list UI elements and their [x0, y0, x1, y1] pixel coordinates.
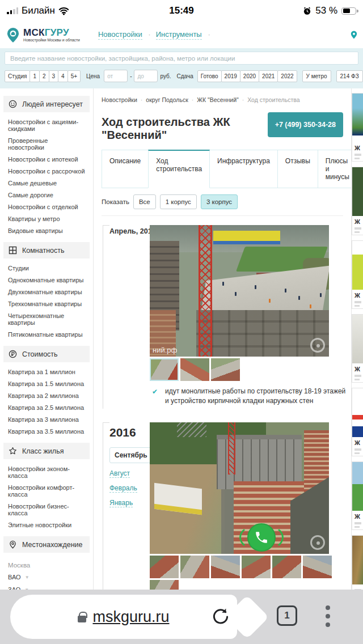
sidebar-link[interactable]: Новостройки с рассрочкой — [0, 166, 93, 177]
rooms-filter-option[interactable]: 3 — [49, 70, 59, 82]
sidebar-link[interactable]: Новостройки бизнес-класса — [0, 501, 93, 519]
photo-thumbnail[interactable] — [150, 580, 179, 590]
photo-thumbnail[interactable] — [211, 556, 240, 578]
delivery-filter-option[interactable]: 2021 — [259, 70, 278, 82]
ad-card[interactable]: Ж — [352, 240, 363, 309]
sidebar-link[interactable]: Квартира за 2 миллиона — [0, 390, 93, 402]
sidebar-link[interactable]: Квартиры у метро — [0, 213, 93, 225]
tab[interactable]: Отзывы — [277, 150, 318, 188]
photo-thumbnail[interactable] — [180, 358, 209, 381]
ad-card[interactable]: Ж — [352, 388, 363, 456]
timeline-group-2016: 2016 СентябрьАвгустФевральЯнварь — [103, 422, 343, 590]
delivery-filter-option[interactable]: 2019 — [221, 70, 240, 82]
sidebar-link[interactable]: Новостройки комфорт-класса — [0, 482, 93, 501]
refresh-button[interactable] — [211, 607, 230, 626]
sidebar-link[interactable]: Самые дешевые — [0, 177, 93, 189]
sidebar-link[interactable]: Новостройки эконом-класса — [0, 463, 93, 482]
ad-card[interactable] — [352, 535, 363, 590]
breadcrumb-link[interactable]: ЖК "Весенний" — [197, 96, 247, 103]
tab[interactable]: Плюсы и минусы — [318, 150, 352, 188]
sidebar-geo-item[interactable]: ВАО ▼ — [0, 571, 93, 583]
sidebar-link[interactable]: Квартира за 1 миллион — [0, 366, 93, 378]
rooms-filter-option[interactable]: Студия — [5, 70, 30, 82]
rooms-filter-option[interactable]: 4 — [58, 70, 68, 82]
tab-counter[interactable]: 1 — [277, 605, 297, 626]
nav-link[interactable]: Новостройки — [98, 30, 142, 40]
sidebar-link[interactable]: Элитные новостройки — [0, 519, 93, 531]
delivery-filter-option[interactable]: 2020 — [240, 70, 259, 82]
extra-filter-chip[interactable]: 214 ФЗ — [336, 70, 363, 82]
ad-card[interactable]: Ж — [352, 93, 363, 162]
omnibox[interactable]: mskguru.ru — [10, 595, 237, 639]
url-text[interactable]: mskguru.ru — [92, 608, 169, 626]
site-logo[interactable]: МСКГУРУ Новостройки Москвы и области — [6, 27, 80, 43]
map-pin-icon[interactable] — [351, 31, 357, 39]
watermark-logo-icon — [310, 535, 325, 550]
sidebar-link[interactable]: Двухкомнатные квартиры — [0, 286, 93, 298]
ad-card[interactable]: Ж — [352, 314, 363, 383]
rooms-filter-option[interactable]: 5+ — [67, 70, 81, 82]
breadcrumb-link[interactable]: Новостройки — [102, 96, 146, 103]
month-link[interactable]: Сентябрь — [109, 447, 153, 463]
sidebar-link[interactable]: Студии — [0, 262, 93, 274]
search-input[interactable] — [5, 52, 358, 65]
location-group-label: Москва — [0, 557, 93, 571]
tab[interactable]: Ход строительства — [148, 150, 210, 188]
month-link[interactable]: Февраль — [109, 484, 137, 493]
photo-thumbnail[interactable] — [211, 358, 240, 381]
price-from-input[interactable] — [104, 70, 128, 82]
sidebar-link[interactable]: Новостройки с акциями-скидками — [0, 116, 93, 135]
section-title: Людей интересует — [22, 100, 83, 108]
sidebar-link[interactable]: Трехкомнатные квартиры — [0, 298, 93, 310]
rooms-filter-option[interactable]: 2 — [39, 70, 49, 82]
tab[interactable]: Описание — [102, 150, 149, 188]
construction-photo-2016[interactable] — [150, 422, 329, 554]
building-filter-chip[interactable]: Все — [133, 194, 156, 209]
menu-dots-icon[interactable] — [324, 604, 331, 628]
sidebar-link[interactable]: Квартира за 3.5 миллиона — [0, 426, 93, 438]
sidebar-link[interactable]: Пятикомнатные квартиры — [0, 329, 93, 341]
sidebar-link[interactable]: Новостройки с отделкой — [0, 201, 93, 213]
call-button[interactable] — [247, 523, 276, 552]
sidebar-geo-item[interactable]: ЗАО ▼ — [0, 583, 93, 590]
crane — [199, 225, 212, 357]
extra-filter-chip[interactable]: У метро — [302, 70, 331, 82]
photo-thumbnail[interactable] — [242, 556, 271, 578]
show-label: Показать — [102, 198, 129, 205]
photo-thumbnail[interactable] — [150, 556, 179, 578]
photo-thumbnail[interactable] — [303, 556, 332, 578]
photo-thumbnail[interactable] — [272, 556, 301, 578]
section-title: Местонахождение — [22, 541, 83, 549]
sidebar-link[interactable]: Квартира за 3 миллиона — [0, 414, 93, 426]
construction-photo-2019[interactable]: ний.рф — [150, 225, 329, 357]
sidebar-link[interactable]: Новостройки с ипотекой — [0, 154, 93, 166]
delivery-filter-option[interactable]: Готово — [197, 70, 222, 82]
ad-image — [352, 315, 363, 363]
sidebar-link[interactable]: Квартира за 2.5 миллиона — [0, 402, 93, 414]
ad-card[interactable]: Ж — [352, 167, 363, 235]
sidebar-link[interactable]: Самые дорогие — [0, 189, 93, 201]
sidebar-link[interactable]: Квартира за 1.5 миллиона — [0, 378, 93, 390]
ad-card[interactable]: Ж — [352, 461, 363, 530]
tab[interactable]: Инфраструктура — [209, 150, 278, 188]
sidebar-section-rooms: Комнатность — [3, 242, 90, 259]
breadcrumb-link[interactable]: округ Подольск — [146, 96, 197, 103]
price-to-input[interactable] — [134, 70, 158, 82]
month-link[interactable]: Январь — [109, 499, 133, 507]
delivery-filter-option[interactable]: 2022 — [277, 70, 297, 82]
sidebar-link[interactable]: Четырехкомнатные квартиры — [0, 310, 93, 329]
building-filter-chip[interactable]: 1 корпус — [160, 194, 197, 209]
phone-button[interactable]: +7 (499) 350-34-28 — [268, 112, 343, 137]
ad-text-line — [354, 379, 360, 381]
ad-image — [352, 536, 363, 584]
photo-thumbnail[interactable] — [150, 358, 179, 381]
sidebar-link[interactable]: Проверенные новостройки — [0, 135, 93, 154]
sidebar-link[interactable]: Видовые квартиры — [0, 225, 93, 237]
building-filter-chip[interactable]: 3 корпус — [201, 194, 238, 209]
sidebar-link[interactable]: Однокомнатные квартиры — [0, 274, 93, 286]
ad-title-fragment: Ж — [352, 142, 363, 152]
month-link[interactable]: Август — [109, 469, 130, 478]
nav-link[interactable]: Инструменты — [156, 30, 202, 40]
rooms-filter-option[interactable]: 1 — [29, 70, 40, 82]
photo-thumbnail[interactable] — [180, 556, 209, 578]
